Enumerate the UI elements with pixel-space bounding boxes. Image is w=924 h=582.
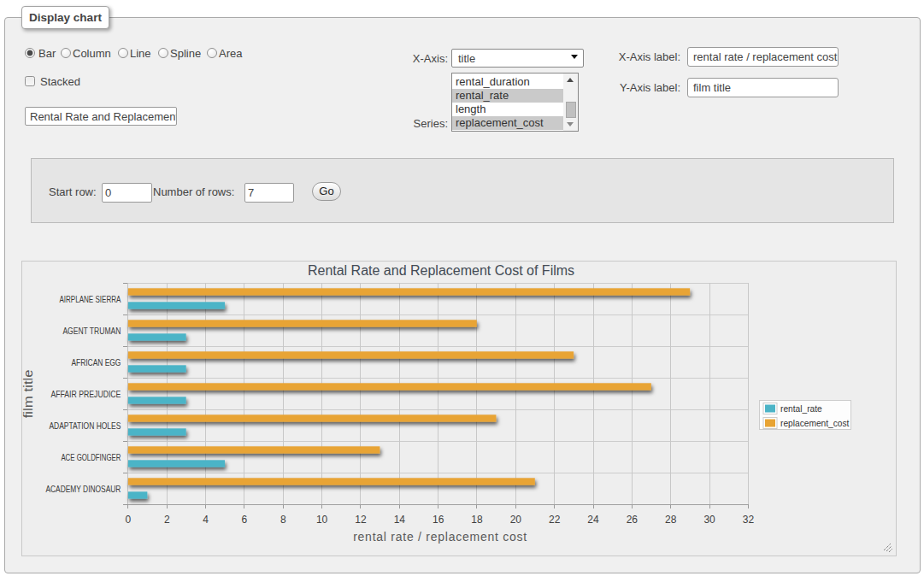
svg-text:AIRPLANE SIERRA: AIRPLANE SIERRA: [59, 294, 121, 304]
svg-text:8: 8: [280, 514, 286, 526]
svg-text:26: 26: [627, 514, 639, 526]
svg-text:AFRICAN EGG: AFRICAN EGG: [71, 357, 121, 367]
svg-text:12: 12: [355, 514, 367, 526]
svg-text:2: 2: [164, 514, 170, 526]
svg-text:4: 4: [203, 514, 209, 526]
svg-text:10: 10: [316, 514, 328, 526]
svg-text:32: 32: [743, 514, 755, 526]
svg-text:ACADEMY DINOSAUR: ACADEMY DINOSAUR: [45, 484, 121, 494]
svg-text:14: 14: [394, 514, 406, 526]
svg-text:ACE GOLDFINGER: ACE GOLDFINGER: [61, 452, 121, 462]
svg-text:AFFAIR PREJUDICE: AFFAIR PREJUDICE: [50, 389, 121, 399]
svg-text:ADAPTATION HOLES: ADAPTATION HOLES: [49, 420, 121, 431]
svg-text:16: 16: [433, 514, 444, 526]
svg-text:28: 28: [665, 514, 677, 526]
svg-text:30: 30: [703, 514, 715, 526]
svg-text:replacement_cost: replacement_cost: [780, 419, 850, 428]
svg-text:rental rate / replacement cost: rental rate / replacement cost: [353, 530, 527, 544]
svg-text:20: 20: [510, 514, 522, 526]
svg-text:18: 18: [471, 514, 483, 526]
svg-text:22: 22: [549, 514, 561, 526]
svg-text:film title: film title: [22, 369, 35, 418]
svg-text:rental_rate: rental_rate: [780, 404, 822, 414]
svg-text:6: 6: [242, 514, 248, 526]
svg-text:0: 0: [126, 514, 132, 526]
svg-text:AGENT TRUMAN: AGENT TRUMAN: [62, 326, 121, 336]
svg-text:24: 24: [587, 514, 599, 526]
svg-text:Rental Rate and Replacement Co: Rental Rate and Replacement Cost of Film…: [308, 263, 574, 278]
